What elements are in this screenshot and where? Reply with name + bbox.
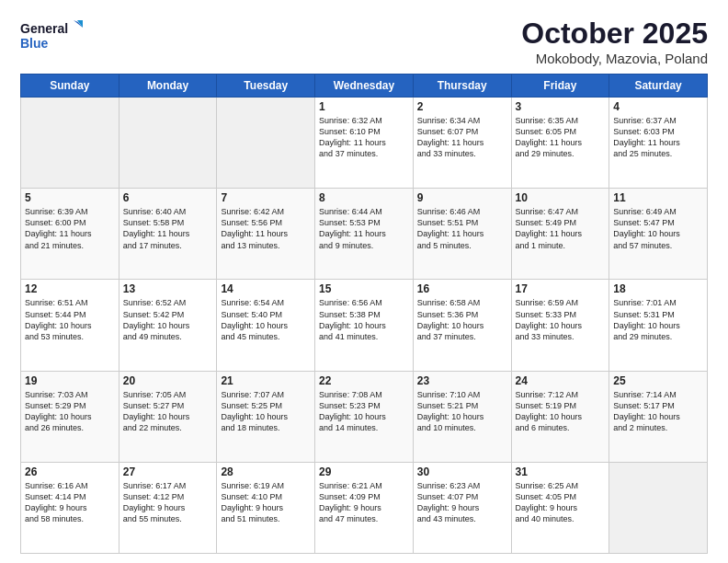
cell-info: Sunrise: 6:56 AM Sunset: 5:38 PM Dayligh… bbox=[319, 297, 409, 342]
table-row: 4Sunrise: 6:37 AM Sunset: 6:03 PM Daylig… bbox=[609, 98, 708, 189]
table-row: 15Sunrise: 6:56 AM Sunset: 5:38 PM Dayli… bbox=[315, 280, 414, 371]
cell-info: Sunrise: 6:32 AM Sunset: 6:10 PM Dayligh… bbox=[319, 115, 409, 160]
table-row: 30Sunrise: 6:23 AM Sunset: 4:07 PM Dayli… bbox=[413, 462, 511, 553]
table-row bbox=[609, 462, 708, 553]
svg-marker-3 bbox=[77, 20, 83, 28]
calendar-table: Sunday Monday Tuesday Wednesday Thursday… bbox=[20, 74, 708, 554]
table-row: 28Sunrise: 6:19 AM Sunset: 4:10 PM Dayli… bbox=[217, 462, 315, 553]
table-row: 20Sunrise: 7:05 AM Sunset: 5:27 PM Dayli… bbox=[119, 371, 217, 462]
day-number: 22 bbox=[319, 374, 409, 387]
table-row: 21Sunrise: 7:07 AM Sunset: 5:25 PM Dayli… bbox=[217, 371, 315, 462]
cell-info: Sunrise: 6:25 AM Sunset: 4:05 PM Dayligh… bbox=[516, 480, 606, 525]
logo: General Blue bbox=[20, 17, 85, 57]
table-row: 10Sunrise: 6:47 AM Sunset: 5:49 PM Dayli… bbox=[511, 189, 609, 280]
cell-info: Sunrise: 6:34 AM Sunset: 6:07 PM Dayligh… bbox=[417, 115, 507, 160]
day-number: 8 bbox=[319, 191, 409, 204]
day-number: 3 bbox=[516, 100, 606, 113]
header-tuesday: Tuesday bbox=[217, 75, 315, 98]
day-number: 26 bbox=[25, 465, 115, 478]
day-number: 17 bbox=[516, 282, 606, 295]
day-number: 5 bbox=[25, 191, 115, 204]
calendar-week-row: 12Sunrise: 6:51 AM Sunset: 5:44 PM Dayli… bbox=[21, 280, 708, 371]
day-number: 21 bbox=[221, 374, 311, 387]
day-number: 20 bbox=[123, 374, 213, 387]
cell-info: Sunrise: 6:37 AM Sunset: 6:03 PM Dayligh… bbox=[613, 115, 703, 160]
table-row: 11Sunrise: 6:49 AM Sunset: 5:47 PM Dayli… bbox=[609, 189, 708, 280]
table-row: 22Sunrise: 7:08 AM Sunset: 5:23 PM Dayli… bbox=[315, 371, 414, 462]
day-number: 28 bbox=[221, 465, 311, 478]
day-number: 19 bbox=[25, 374, 115, 387]
cell-info: Sunrise: 6:49 AM Sunset: 5:47 PM Dayligh… bbox=[613, 206, 703, 251]
header-wednesday: Wednesday bbox=[315, 75, 414, 98]
subtitle: Mokobody, Mazovia, Poland bbox=[521, 51, 708, 66]
day-number: 11 bbox=[613, 191, 703, 204]
cell-info: Sunrise: 7:03 AM Sunset: 5:29 PM Dayligh… bbox=[25, 389, 115, 434]
days-header-row: Sunday Monday Tuesday Wednesday Thursday… bbox=[21, 75, 708, 98]
cell-info: Sunrise: 7:05 AM Sunset: 5:27 PM Dayligh… bbox=[123, 389, 213, 434]
day-number: 23 bbox=[417, 374, 507, 387]
table-row bbox=[21, 98, 119, 189]
cell-info: Sunrise: 6:44 AM Sunset: 5:53 PM Dayligh… bbox=[319, 206, 409, 251]
svg-text:Blue: Blue bbox=[20, 36, 49, 51]
month-title: October 2025 bbox=[521, 17, 708, 51]
day-number: 29 bbox=[319, 465, 409, 478]
table-row: 2Sunrise: 6:34 AM Sunset: 6:07 PM Daylig… bbox=[413, 98, 511, 189]
table-row: 31Sunrise: 6:25 AM Sunset: 4:05 PM Dayli… bbox=[511, 462, 609, 553]
cell-info: Sunrise: 6:51 AM Sunset: 5:44 PM Dayligh… bbox=[25, 297, 115, 342]
table-row: 24Sunrise: 7:12 AM Sunset: 5:19 PM Dayli… bbox=[511, 371, 609, 462]
cell-info: Sunrise: 6:23 AM Sunset: 4:07 PM Dayligh… bbox=[417, 480, 507, 525]
day-number: 10 bbox=[516, 191, 606, 204]
table-row: 12Sunrise: 6:51 AM Sunset: 5:44 PM Dayli… bbox=[21, 280, 119, 371]
cell-info: Sunrise: 7:10 AM Sunset: 5:21 PM Dayligh… bbox=[417, 389, 507, 434]
cell-info: Sunrise: 6:42 AM Sunset: 5:56 PM Dayligh… bbox=[221, 206, 311, 251]
table-row bbox=[119, 98, 217, 189]
day-number: 31 bbox=[516, 465, 606, 478]
calendar-week-row: 19Sunrise: 7:03 AM Sunset: 5:29 PM Dayli… bbox=[21, 371, 708, 462]
cell-info: Sunrise: 7:08 AM Sunset: 5:23 PM Dayligh… bbox=[319, 389, 409, 434]
table-row: 6Sunrise: 6:40 AM Sunset: 5:58 PM Daylig… bbox=[119, 189, 217, 280]
table-row: 18Sunrise: 7:01 AM Sunset: 5:31 PM Dayli… bbox=[609, 280, 708, 371]
table-row: 19Sunrise: 7:03 AM Sunset: 5:29 PM Dayli… bbox=[21, 371, 119, 462]
cell-info: Sunrise: 7:01 AM Sunset: 5:31 PM Dayligh… bbox=[613, 297, 703, 342]
table-row: 3Sunrise: 6:35 AM Sunset: 6:05 PM Daylig… bbox=[511, 98, 609, 189]
table-row: 29Sunrise: 6:21 AM Sunset: 4:09 PM Dayli… bbox=[315, 462, 414, 553]
title-block: October 2025 Mokobody, Mazovia, Poland bbox=[521, 17, 708, 66]
table-row: 9Sunrise: 6:46 AM Sunset: 5:51 PM Daylig… bbox=[413, 189, 511, 280]
table-row: 25Sunrise: 7:14 AM Sunset: 5:17 PM Dayli… bbox=[609, 371, 708, 462]
svg-text:General: General bbox=[20, 21, 68, 36]
table-row: 26Sunrise: 6:16 AM Sunset: 4:14 PM Dayli… bbox=[21, 462, 119, 553]
cell-info: Sunrise: 6:40 AM Sunset: 5:58 PM Dayligh… bbox=[123, 206, 213, 251]
cell-info: Sunrise: 7:14 AM Sunset: 5:17 PM Dayligh… bbox=[613, 389, 703, 434]
table-row: 16Sunrise: 6:58 AM Sunset: 5:36 PM Dayli… bbox=[413, 280, 511, 371]
header-monday: Monday bbox=[119, 75, 217, 98]
cell-info: Sunrise: 6:35 AM Sunset: 6:05 PM Dayligh… bbox=[516, 115, 606, 160]
day-number: 7 bbox=[221, 191, 311, 204]
logo-svg: General Blue bbox=[20, 17, 85, 57]
header-thursday: Thursday bbox=[413, 75, 511, 98]
cell-info: Sunrise: 6:52 AM Sunset: 5:42 PM Dayligh… bbox=[123, 297, 213, 342]
day-number: 1 bbox=[319, 100, 409, 113]
table-row: 5Sunrise: 6:39 AM Sunset: 6:00 PM Daylig… bbox=[21, 189, 119, 280]
cell-info: Sunrise: 6:46 AM Sunset: 5:51 PM Dayligh… bbox=[417, 206, 507, 251]
cell-info: Sunrise: 6:47 AM Sunset: 5:49 PM Dayligh… bbox=[516, 206, 606, 251]
table-row: 7Sunrise: 6:42 AM Sunset: 5:56 PM Daylig… bbox=[217, 189, 315, 280]
day-number: 25 bbox=[613, 374, 703, 387]
day-number: 13 bbox=[123, 282, 213, 295]
header-saturday: Saturday bbox=[609, 75, 708, 98]
cell-info: Sunrise: 6:54 AM Sunset: 5:40 PM Dayligh… bbox=[221, 297, 311, 342]
calendar-week-row: 1Sunrise: 6:32 AM Sunset: 6:10 PM Daylig… bbox=[21, 98, 708, 189]
table-row: 8Sunrise: 6:44 AM Sunset: 5:53 PM Daylig… bbox=[315, 189, 414, 280]
table-row bbox=[217, 98, 315, 189]
day-number: 16 bbox=[417, 282, 507, 295]
page: General Blue October 2025 Mokobody, Mazo… bbox=[0, 0, 728, 563]
table-row: 17Sunrise: 6:59 AM Sunset: 5:33 PM Dayli… bbox=[511, 280, 609, 371]
cell-info: Sunrise: 7:07 AM Sunset: 5:25 PM Dayligh… bbox=[221, 389, 311, 434]
day-number: 2 bbox=[417, 100, 507, 113]
header-friday: Friday bbox=[511, 75, 609, 98]
day-number: 18 bbox=[613, 282, 703, 295]
cell-info: Sunrise: 7:12 AM Sunset: 5:19 PM Dayligh… bbox=[516, 389, 606, 434]
calendar-week-row: 5Sunrise: 6:39 AM Sunset: 6:00 PM Daylig… bbox=[21, 189, 708, 280]
table-row: 14Sunrise: 6:54 AM Sunset: 5:40 PM Dayli… bbox=[217, 280, 315, 371]
table-row: 27Sunrise: 6:17 AM Sunset: 4:12 PM Dayli… bbox=[119, 462, 217, 553]
table-row: 23Sunrise: 7:10 AM Sunset: 5:21 PM Dayli… bbox=[413, 371, 511, 462]
